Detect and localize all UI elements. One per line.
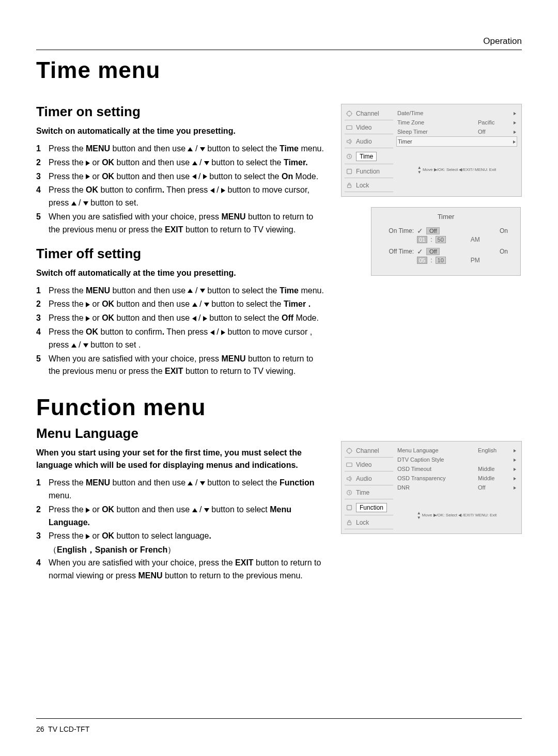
osd-time: ChannelVideoAudioTimeFunctionLock Date/T…: [341, 104, 522, 197]
osd-row[interactable]: Sleep TimerOff: [396, 127, 517, 136]
function-icon: [346, 504, 353, 511]
right-triangle-icon: [86, 161, 90, 166]
chevron-right-icon: [510, 110, 516, 116]
osd-tab-video[interactable]: Video: [345, 459, 393, 471]
osd-row-label: Time Zone: [397, 119, 475, 125]
step: Press the MENU button and then use / but…: [36, 477, 327, 502]
on-time-hh[interactable]: 01: [417, 236, 427, 243]
osd-tab-channel[interactable]: Channel: [345, 107, 393, 120]
on-time-mm[interactable]: 50: [436, 236, 446, 243]
osd-tab-time[interactable]: Time: [345, 486, 393, 499]
language-options-note: （English，Spanish or French）: [36, 544, 327, 557]
off-time-select[interactable]: Off: [426, 248, 440, 255]
osd-tab-time[interactable]: Time: [345, 149, 393, 164]
osd-row-label: Date/Time: [397, 110, 475, 116]
off-time-label: Off Time:: [379, 248, 414, 255]
osd-tab-channel[interactable]: Channel: [345, 445, 393, 458]
down-triangle-icon: [200, 481, 205, 485]
up-down-icon: /: [188, 286, 205, 295]
left-right-icon: /: [210, 327, 225, 336]
down-triangle-icon: [200, 289, 205, 293]
step: Press the or OK button to select languag…: [36, 530, 327, 543]
chevron-right-icon: [509, 138, 516, 145]
left-triangle-icon: [210, 330, 214, 335]
right-triangle-icon: [221, 188, 225, 193]
osd-tab-label: Channel: [356, 447, 379, 454]
osd-row[interactable]: DTV Caption Style: [396, 455, 517, 464]
top-rule: [36, 50, 522, 50]
osd-tab-audio[interactable]: Audio: [345, 135, 393, 148]
video-icon: [346, 124, 353, 131]
off-time-ampm: PM: [471, 257, 480, 264]
step: When you are satisfied with your choice,…: [36, 557, 327, 582]
osd-tab-video[interactable]: Video: [345, 121, 393, 134]
osd-function-tabs: ChannelVideoAudioTimeFunctionLock: [345, 445, 393, 529]
function-right: ChannelVideoAudioTimeFunctionLock Menu L…: [341, 441, 522, 544]
off-time-mm[interactable]: 10: [436, 257, 446, 264]
osd-row-label: Timer: [398, 138, 474, 145]
lock-icon: [346, 182, 353, 189]
osd-tab-label: Time: [356, 489, 369, 496]
heading-function-menu: Function menu: [36, 395, 522, 420]
right-triangle-icon: [86, 174, 90, 179]
step: When you are satisfied with your choice,…: [36, 211, 327, 237]
osd-row-value: Off: [478, 129, 507, 135]
osd-row-value: Pacific: [478, 119, 507, 125]
osd-tab-audio[interactable]: Audio: [345, 472, 393, 485]
osd-tab-lock[interactable]: Lock: [345, 516, 393, 529]
osd-tab-label: Video: [356, 124, 371, 131]
osd-row[interactable]: OSD TimeoutMiddle: [396, 464, 517, 474]
osd-tab-label: Video: [356, 461, 371, 468]
step: Press the or OK button and then use / bu…: [36, 170, 327, 183]
osd-function-content: Menu LanguageEnglishDTV Caption StyleOSD…: [395, 445, 518, 529]
osd-tab-function[interactable]: Function: [345, 165, 393, 178]
time-block: Timer on setting Switch on automatically…: [36, 104, 522, 387]
svg-rect-1: [347, 126, 352, 130]
osd-tab-lock[interactable]: Lock: [345, 179, 393, 192]
osd-row[interactable]: Menu LanguageEnglish: [396, 446, 517, 455]
osd-tab-function[interactable]: Function: [345, 500, 393, 515]
step: Press the or OK button and then use / bu…: [36, 312, 327, 325]
osd-row[interactable]: Timer: [396, 136, 517, 147]
up-down-icon: /: [71, 340, 88, 349]
chevron-right-icon: [510, 456, 516, 463]
down-triangle-icon: [83, 201, 88, 206]
osd-tab-label: Channel: [356, 110, 379, 117]
osd-row[interactable]: Date/Time: [396, 108, 517, 118]
off-time-hh[interactable]: 05: [417, 257, 427, 264]
heading-time-menu: Time menu: [36, 57, 522, 83]
time-icon: [346, 489, 353, 496]
svg-rect-9: [348, 522, 351, 525]
osd-row[interactable]: DNROff: [396, 483, 517, 492]
up-triangle-icon: [71, 201, 76, 206]
up-triangle-icon: [188, 289, 193, 293]
osd-row[interactable]: Time ZonePacific: [396, 118, 517, 127]
on-time-select[interactable]: Off: [426, 227, 440, 234]
time-left: Timer on setting Switch on automatically…: [36, 104, 327, 387]
osd-row-label: DTV Caption Style: [397, 456, 475, 463]
function-icon: [346, 168, 353, 175]
osd-row[interactable]: OSD TransparencyMiddle: [396, 474, 517, 483]
chevron-right-icon: [510, 447, 516, 453]
page-footer: 26 TV LCD-TFT: [36, 725, 89, 733]
osd-time-content: Date/TimeTime ZonePacificSleep TimerOffT…: [395, 107, 518, 192]
up-triangle-icon: [188, 147, 193, 151]
up-triangle-icon: [188, 481, 193, 485]
off-time-state: On: [500, 248, 508, 255]
doc-title: TV LCD-TFT: [48, 725, 89, 733]
left-triangle-icon: [210, 188, 214, 193]
steps-menu-language: Press the MENU button and then use / but…: [36, 477, 327, 582]
timer-dialog: Timer On Time: ✓ Off On 01:50 AM Off Tim…: [371, 207, 521, 276]
up-down-icon: /: [188, 144, 205, 153]
steps-timer-off: Press the MENU button and then use / but…: [36, 285, 327, 379]
up-triangle-icon: [71, 343, 76, 348]
step: Press the or OK button and then use / bu…: [36, 156, 327, 169]
osd-row-label: OSD Timeout: [397, 466, 475, 472]
osd-row-label: DNR: [397, 484, 475, 491]
down-triangle-icon: [204, 161, 209, 165]
time-icon: [346, 153, 353, 160]
osd-function: ChannelVideoAudioTimeFunctionLock Menu L…: [341, 441, 522, 534]
menu-language-subtitle: When you start using your set for the fi…: [36, 447, 327, 471]
up-triangle-icon: [192, 508, 197, 512]
osd-row-label: Sleep Timer: [397, 129, 475, 135]
